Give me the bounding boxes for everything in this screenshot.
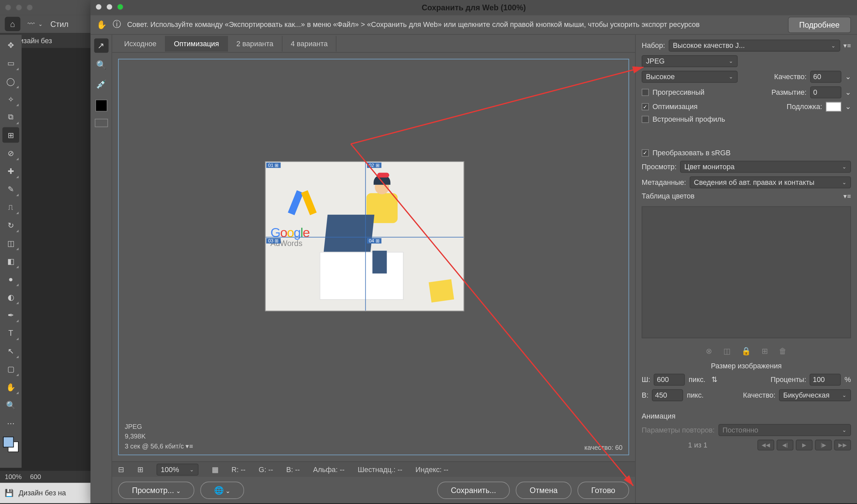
color-table bbox=[642, 206, 851, 338]
tab-4up[interactable]: 4 варианта bbox=[282, 36, 337, 51]
ct-eyedrop-icon[interactable]: ⊗ bbox=[706, 347, 712, 356]
preview-mode-select[interactable]: Цвет монитора⌄ bbox=[680, 161, 851, 172]
quality-preset-select[interactable]: Высокое⌄ bbox=[642, 71, 738, 83]
status-index: Индекс: -- bbox=[416, 465, 449, 473]
hand-tool-icon[interactable]: ↗ bbox=[94, 38, 108, 52]
lasso-tool-icon[interactable]: ◯ bbox=[2, 73, 19, 89]
hand-tool-icon[interactable]: ✋ bbox=[2, 379, 19, 394]
color-table-menu-icon[interactable]: ▾≡ bbox=[843, 192, 851, 200]
percent-input[interactable] bbox=[810, 374, 841, 386]
resample-select[interactable]: Бикубическая⌄ bbox=[779, 389, 851, 401]
blur-label: Размытие: bbox=[771, 88, 806, 96]
eraser-tool-icon[interactable]: ◫ bbox=[2, 235, 19, 251]
footer-quality: качество: 60 bbox=[584, 444, 623, 451]
frame-tool-icon[interactable]: ⊞ bbox=[2, 127, 19, 142]
format-select[interactable]: JPEG⌄ bbox=[642, 55, 738, 67]
status-g: G: -- bbox=[258, 465, 273, 473]
tip-text: Совет. Используйте команду «Экспортирова… bbox=[127, 20, 782, 29]
ct-new-icon[interactable]: ⊞ bbox=[761, 347, 768, 356]
status-b: B: -- bbox=[286, 465, 300, 473]
tab-optimized[interactable]: Оптимизация bbox=[166, 36, 228, 51]
ct-lock-icon[interactable]: 🔒 bbox=[741, 347, 751, 356]
slice-toggle-icon[interactable] bbox=[95, 119, 108, 127]
healing-tool-icon[interactable]: ✚ bbox=[2, 163, 19, 179]
ct-cube-icon[interactable]: ◫ bbox=[723, 347, 731, 356]
blur-tool-icon[interactable]: ● bbox=[2, 271, 19, 287]
preview-button[interactable]: Просмотр... bbox=[118, 482, 194, 499]
gradient-tool-icon[interactable]: ◧ bbox=[2, 253, 19, 269]
preview-canvas[interactable]: Google AdWords bbox=[118, 59, 629, 455]
slice-badge: 01 ⊞ bbox=[266, 163, 281, 168]
stamp-tool-icon[interactable]: ⎍ bbox=[2, 199, 19, 215]
host-traffic-lights[interactable] bbox=[5, 4, 33, 11]
hand-icon[interactable]: ✋ bbox=[96, 20, 107, 30]
metadata-select[interactable]: Сведения об авт. правах и контакты⌄ bbox=[690, 176, 851, 188]
move-tool-icon[interactable]: ✥ bbox=[2, 37, 19, 53]
blur-input[interactable] bbox=[810, 86, 841, 98]
home-button[interactable]: ⌂ bbox=[5, 17, 20, 31]
preset-menu-icon[interactable]: ▾≡ bbox=[843, 41, 851, 49]
type-tool-icon[interactable]: T bbox=[2, 325, 19, 341]
play-button[interactable]: ▶ bbox=[796, 439, 813, 450]
last-frame-button[interactable]: ▶▶ bbox=[834, 439, 851, 450]
brush-dropdown[interactable]: 〰 ⌄ bbox=[28, 20, 43, 28]
ct-trash-icon[interactable]: 🗑 bbox=[779, 347, 787, 356]
tab-original[interactable]: Исходное bbox=[116, 36, 166, 51]
host-zoom-bar: 100% 600 bbox=[0, 471, 90, 483]
eyedropper-tool-icon[interactable]: ⊘ bbox=[2, 145, 19, 161]
dodge-tool-icon[interactable]: ◐ bbox=[2, 289, 19, 305]
style-label[interactable]: Стил bbox=[51, 20, 68, 29]
next-frame-button[interactable]: |▶ bbox=[815, 439, 832, 450]
prev-frame-button[interactable]: ◀| bbox=[776, 439, 793, 450]
matte-dropdown-icon[interactable]: ⌄ bbox=[845, 102, 851, 111]
footer-menu-icon[interactable]: ▾≡ bbox=[185, 442, 193, 450]
width-input[interactable] bbox=[654, 374, 685, 386]
dialog-title: Сохранить для Web (100%) bbox=[422, 3, 526, 12]
optimized-checkbox[interactable] bbox=[642, 103, 649, 111]
save-button[interactable]: Сохранить... bbox=[437, 482, 510, 499]
host-statusbar: 💾 Дизайн без на bbox=[0, 483, 90, 503]
grid-plus-icon[interactable]: ⊞ bbox=[137, 465, 143, 473]
brush-tool-icon[interactable]: ✎ bbox=[2, 181, 19, 197]
learn-more-button[interactable]: Подробнее bbox=[788, 17, 851, 33]
marquee-tool-icon[interactable]: ▭ bbox=[2, 55, 19, 71]
quality-input[interactable] bbox=[810, 71, 841, 83]
pen-tool-icon[interactable]: ✒ bbox=[2, 307, 19, 323]
matte-color[interactable] bbox=[826, 102, 841, 112]
first-frame-button[interactable]: ◀◀ bbox=[757, 439, 774, 450]
width-label: Ш: bbox=[642, 375, 650, 384]
more-tools-icon[interactable]: ⋯ bbox=[2, 415, 19, 431]
dialog-traffic-lights[interactable] bbox=[96, 4, 124, 10]
progressive-label: Прогрессивный bbox=[653, 88, 704, 96]
link-icon[interactable]: ⇅ bbox=[711, 375, 717, 384]
color-table-title: Таблица цветов bbox=[642, 192, 694, 200]
color-swatches[interactable] bbox=[3, 437, 19, 452]
srgb-checkbox[interactable] bbox=[642, 149, 649, 156]
preset-select[interactable]: Высокое качество J...⌄ bbox=[669, 39, 840, 52]
resample-label: Качество: bbox=[743, 391, 776, 399]
dialog-titlebar[interactable]: Сохранить для Web (100%) bbox=[90, 0, 857, 15]
zoom-readout[interactable]: 100% bbox=[5, 473, 22, 481]
slice-select-icon[interactable]: 🔍 bbox=[94, 57, 108, 72]
zoom-select[interactable]: 100%⌄ bbox=[156, 464, 199, 475]
zoom-tool-icon[interactable]: 🔍 bbox=[2, 397, 19, 413]
blur-stepper-icon[interactable]: ⌄ bbox=[845, 88, 851, 96]
embed-profile-checkbox[interactable] bbox=[642, 116, 649, 123]
path-select-icon[interactable]: ↖ bbox=[2, 343, 19, 359]
grid-minus-icon[interactable]: ⊟ bbox=[118, 465, 124, 473]
eyedropper-color[interactable] bbox=[95, 99, 107, 111]
quality-stepper-icon[interactable]: ⌄ bbox=[845, 72, 851, 81]
zoom-tool-icon[interactable]: 💉 bbox=[94, 77, 108, 91]
history-brush-icon[interactable]: ↻ bbox=[2, 217, 19, 233]
crop-tool-icon[interactable]: ⧉ bbox=[2, 109, 19, 125]
status-alpha: Альфа: -- bbox=[313, 465, 345, 473]
image-size-title: Размер изображения bbox=[711, 362, 782, 370]
tab-2up[interactable]: 2 варианта bbox=[228, 36, 283, 51]
progressive-checkbox[interactable] bbox=[642, 89, 649, 96]
shape-tool-icon[interactable]: ▢ bbox=[2, 361, 19, 377]
wand-tool-icon[interactable]: ✧ bbox=[2, 91, 19, 107]
cancel-button[interactable]: Отмена bbox=[516, 482, 571, 499]
done-button[interactable]: Готово bbox=[577, 482, 629, 499]
height-input[interactable] bbox=[652, 389, 684, 401]
browser-preview-button[interactable]: 🌐 bbox=[200, 482, 244, 499]
